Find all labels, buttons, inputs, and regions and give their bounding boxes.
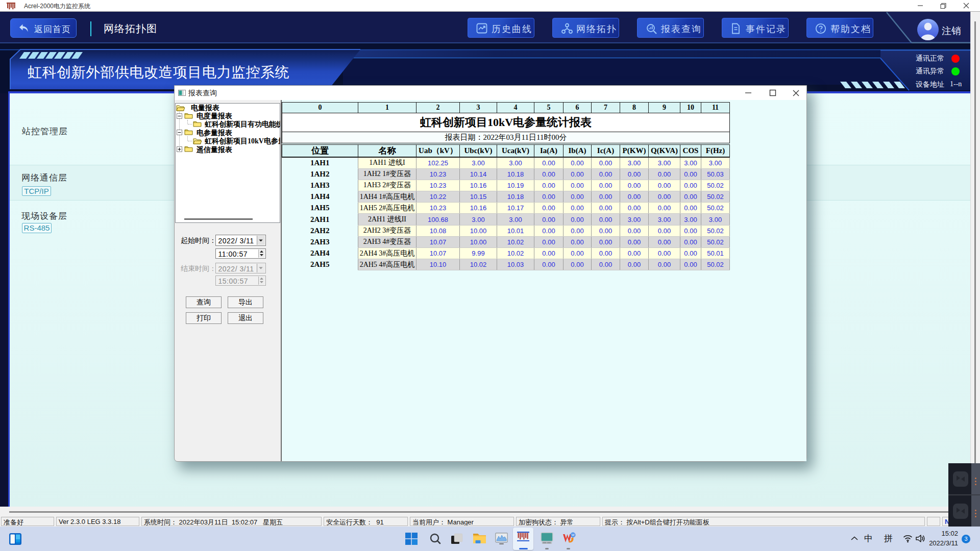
svg-text:W: W	[571, 533, 575, 537]
